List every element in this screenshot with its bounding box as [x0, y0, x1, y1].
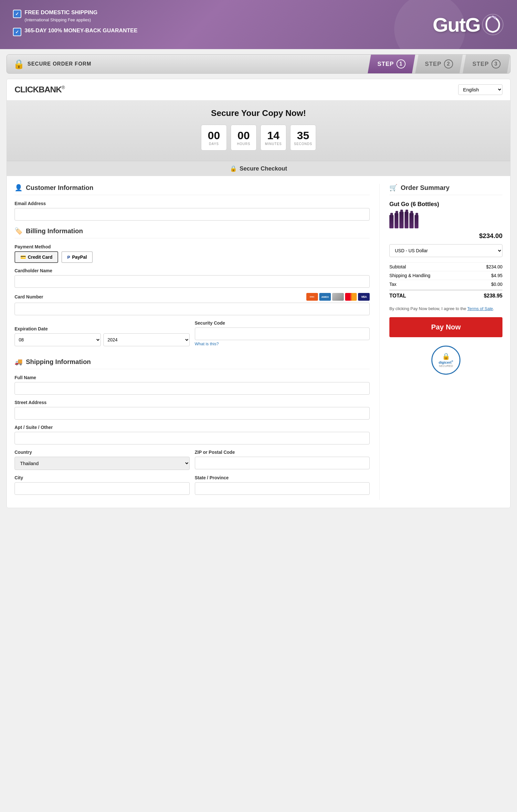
steps-bar: 🔒 Secure Order Form STEP 1 STEP 2 STEP 3 [6, 54, 511, 74]
exp-month-select[interactable]: 01020304 05060708 09101112 [15, 333, 101, 346]
apt-label: Apt / Suite / Other [15, 425, 370, 430]
secure-order-form-label: 🔒 Secure Order Form [7, 55, 368, 73]
logo-swirl-icon [482, 13, 504, 36]
city-group: City [15, 475, 190, 495]
benefit-shipping: FREE DOMESTIC SHIPPING (International Sh… [13, 9, 138, 23]
bottle-1 [390, 215, 394, 228]
apt-input[interactable] [15, 432, 370, 444]
paypal-icon: P [67, 255, 70, 260]
bottle-6 [414, 215, 419, 228]
step-3-num: 3 [491, 59, 500, 68]
cardholder-input[interactable] [15, 275, 370, 288]
logo: GutG [433, 13, 504, 36]
checkmark-icon [13, 10, 21, 18]
lock-icon: 🔒 [13, 59, 25, 69]
product-name: Gut Go (6 Bottles) [390, 201, 502, 208]
street-address-group: Street Address [15, 400, 370, 419]
bottle-2 [395, 213, 399, 228]
benefit-guarantee-text: 365-DAY 100% MONEY-BACK GUARANTEE [25, 27, 138, 34]
cart-icon: 🛒 [390, 184, 397, 192]
street-label: Street Address [15, 400, 370, 405]
countdown-days: 00 DAYS [201, 125, 227, 150]
apt-group: Apt / Suite / Other [15, 425, 370, 444]
card-number-group: Card Number DISC AMEX VISA [15, 293, 370, 315]
pay-now-button[interactable]: Pay Now [390, 317, 502, 337]
shipping-info-header: 🚚 Shipping Information [15, 358, 370, 369]
security-code-label: Security Code [195, 320, 370, 325]
state-label: State / Province [195, 475, 370, 480]
street-input[interactable] [15, 407, 370, 419]
discover-icon: DISC [306, 293, 318, 301]
zip-label: ZIP or Postal Code [195, 450, 370, 455]
email-field-group: Email Address [15, 201, 370, 221]
step-3[interactable]: STEP 3 [463, 55, 510, 73]
country-group: Country Thailand United States United Ki… [15, 450, 190, 470]
product-image [390, 211, 502, 228]
language-select[interactable]: English Spanish French German Portuguese [458, 84, 502, 95]
card-number-input[interactable] [15, 302, 370, 315]
digicert-circle: 🔒 digicert® SECURED [431, 346, 460, 375]
countdown-seconds: 35 SECONDS [290, 125, 316, 150]
date-security-row: Expiration Date 01020304 05060708 091011… [15, 320, 370, 351]
terms-link[interactable]: Terms of Sale [467, 306, 493, 311]
total-line: TOTAL $238.95 [390, 290, 502, 300]
payment-method-group: Payment Method 💳 Credit Card P PayPal [15, 244, 370, 263]
benefit-guarantee: 365-DAY 100% MONEY-BACK GUARANTEE [13, 27, 138, 36]
bottle-3 [399, 211, 404, 228]
bottle-4 [405, 211, 409, 228]
step-1-num: 1 [397, 59, 405, 68]
product-price: $234.00 [390, 232, 502, 240]
countdown-row: 00 DAYS 00 HOURS 14 MINUTES 35 SECONDS [13, 125, 504, 150]
person-icon: 👤 [15, 184, 23, 192]
email-input[interactable] [15, 208, 370, 221]
form-layout: 👤 Customer Information Email Address 🏷️ … [7, 176, 510, 508]
form-left: 👤 Customer Information Email Address 🏷️ … [15, 184, 380, 500]
checkmark-icon-2 [13, 28, 21, 36]
zip-input[interactable] [195, 457, 370, 469]
order-summary-header: 🛒 Order Summary [390, 184, 502, 195]
svg-point-1 [494, 17, 496, 19]
city-input[interactable] [15, 482, 190, 495]
credit-card-button[interactable]: 💳 Credit Card [15, 251, 58, 263]
state-group: State / Province [195, 475, 370, 495]
credit-card-icon: 💳 [20, 255, 26, 260]
clickbank-logo: CLICKBANK® [15, 85, 65, 95]
country-select[interactable]: Thailand United States United Kingdom Ca… [15, 457, 190, 470]
countdown-minutes: 14 MINUTES [260, 125, 286, 150]
header-benefits: FREE DOMESTIC SHIPPING (International Sh… [13, 9, 138, 40]
tag-icon: 🏷️ [15, 227, 23, 235]
paypal-button[interactable]: P PayPal [61, 251, 93, 263]
mastercard-icon [345, 293, 357, 301]
cardholder-label: Cardholder Name [15, 268, 370, 273]
email-label: Email Address [15, 201, 370, 206]
banner-headline: Secure Your Copy Now! [13, 108, 504, 118]
tax-line: Tax $0.00 [390, 280, 502, 288]
currency-select[interactable]: USD - US Dollar EUR - Euro GBP - British… [390, 244, 502, 257]
bottle-5 [409, 213, 413, 228]
countdown-hours: 00 HOURS [231, 125, 257, 150]
visa-icon: VISA [358, 293, 370, 301]
expiration-selects: 01020304 05060708 09101112 202420252026 … [15, 333, 190, 346]
customer-info-header: 👤 Customer Information [15, 184, 370, 195]
full-name-input[interactable] [15, 382, 370, 395]
digicert-badge: 🔒 digicert® SECURED [390, 346, 502, 375]
full-name-group: Full Name [15, 375, 370, 395]
digicert-lock-icon: 🔒 [442, 352, 450, 360]
cardholder-name-group: Cardholder Name [15, 268, 370, 288]
diners-icon [332, 293, 344, 301]
shipping-section: 🚚 Shipping Information Full Name Street … [15, 358, 370, 500]
security-code-input[interactable] [195, 327, 370, 340]
full-name-label: Full Name [15, 375, 370, 380]
expiration-group: Expiration Date 01020304 05060708 091011… [15, 326, 190, 346]
page-header: FREE DOMESTIC SHIPPING (International Sh… [0, 0, 517, 49]
security-code-group: Security Code What is this? [195, 320, 370, 346]
digicert-secured-text: SECURED [439, 364, 453, 368]
what-is-this-link[interactable]: What is this? [195, 341, 370, 346]
exp-year-select[interactable]: 202420252026 2027202820292030 [104, 333, 190, 346]
state-input[interactable] [195, 482, 370, 495]
step-1[interactable]: STEP 1 [368, 55, 415, 73]
step-2[interactable]: STEP 2 [415, 55, 463, 73]
main-container: CLICKBANK® English Spanish French German… [6, 79, 511, 508]
terms-text: By clicking Pay Now below, I agree to th… [390, 306, 502, 312]
billing-info-header: 🏷️ Billing Information [15, 227, 370, 238]
